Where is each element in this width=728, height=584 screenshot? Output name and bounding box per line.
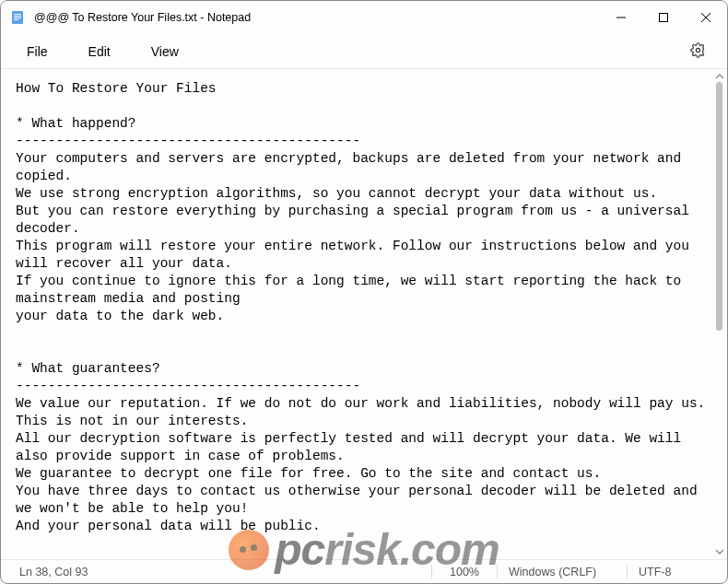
close-button[interactable] bbox=[685, 1, 727, 34]
svg-rect-3 bbox=[14, 18, 21, 18]
svg-point-9 bbox=[696, 48, 699, 52]
scroll-up-arrow-icon[interactable] bbox=[714, 71, 725, 82]
svg-rect-2 bbox=[14, 16, 21, 17]
svg-rect-4 bbox=[14, 19, 18, 20]
gear-icon bbox=[690, 42, 706, 61]
text-area[interactable]: How To Restore Your Files * What happend… bbox=[1, 69, 712, 559]
status-encoding: UTF-8 bbox=[628, 560, 720, 583]
settings-button[interactable] bbox=[683, 37, 712, 66]
scroll-thumb[interactable] bbox=[716, 82, 722, 331]
scroll-track[interactable] bbox=[712, 82, 727, 546]
window-title: @@@ To Restore Your Files.txt - Notepad bbox=[34, 11, 251, 24]
menu-edit[interactable]: Edit bbox=[77, 39, 122, 64]
menubar: File Edit View bbox=[1, 34, 727, 69]
menu-view[interactable]: View bbox=[140, 39, 190, 64]
status-position: Ln 38, Col 93 bbox=[8, 560, 110, 583]
titlebar[interactable]: @@@ To Restore Your Files.txt - Notepad bbox=[1, 1, 727, 34]
scroll-down-arrow-icon[interactable] bbox=[714, 546, 725, 557]
statusbar: Ln 38, Col 93 100% Windows (CRLF) UTF-8 bbox=[1, 559, 727, 583]
menu-file[interactable]: File bbox=[16, 39, 59, 64]
svg-rect-1 bbox=[14, 14, 21, 15]
svg-rect-6 bbox=[660, 14, 668, 22]
notepad-icon bbox=[10, 10, 25, 25]
notepad-window: @@@ To Restore Your Files.txt - Notepad … bbox=[0, 0, 728, 584]
vertical-scrollbar[interactable] bbox=[712, 69, 727, 559]
minimize-button[interactable] bbox=[600, 1, 642, 34]
maximize-button[interactable] bbox=[642, 1, 685, 34]
status-zoom[interactable]: 100% bbox=[432, 560, 497, 583]
status-line-ending: Windows (CRLF) bbox=[498, 560, 627, 583]
